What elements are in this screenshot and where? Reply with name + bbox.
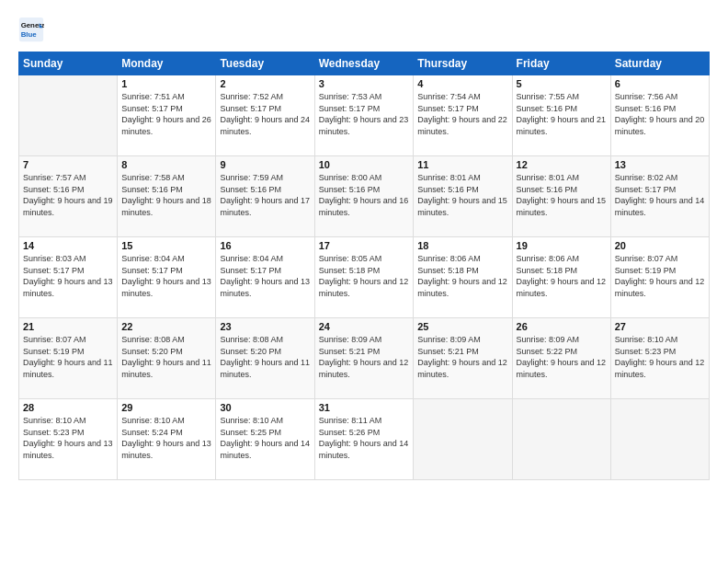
sunset-text: Sunset: 5:16 PM — [517, 103, 607, 115]
day-info: Sunrise: 7:58 AMSunset: 5:16 PMDaylight:… — [121, 172, 211, 218]
day-cell: 20Sunrise: 8:07 AMSunset: 5:19 PMDayligh… — [610, 237, 709, 318]
day-info: Sunrise: 8:08 AMSunset: 5:20 PMDaylight:… — [220, 334, 310, 380]
day-cell: 15Sunrise: 8:04 AMSunset: 5:17 PMDayligh… — [118, 237, 216, 318]
day-info: Sunrise: 8:09 AMSunset: 5:21 PMDaylight:… — [319, 334, 410, 380]
day-number: 4 — [417, 78, 507, 89]
day-info: Sunrise: 7:52 AMSunset: 5:17 PMDaylight:… — [220, 91, 310, 137]
sunrise-text: Sunrise: 7:52 AM — [220, 91, 310, 103]
day-cell: 2Sunrise: 7:52 AMSunset: 5:17 PMDaylight… — [216, 75, 314, 156]
day-number: 30 — [220, 402, 310, 413]
sunrise-text: Sunrise: 7:55 AM — [517, 91, 607, 103]
day-info: Sunrise: 8:10 AMSunset: 5:24 PMDaylight:… — [121, 415, 211, 461]
day-cell: 18Sunrise: 8:06 AMSunset: 5:18 PMDayligh… — [414, 237, 512, 318]
daylight-text: Daylight: 9 hours and 13 minutes. — [121, 276, 211, 299]
sunrise-text: Sunrise: 8:11 AM — [319, 415, 410, 427]
day-cell: 24Sunrise: 8:09 AMSunset: 5:21 PMDayligh… — [314, 318, 414, 399]
day-number: 2 — [220, 78, 310, 89]
daylight-text: Daylight: 9 hours and 26 minutes. — [121, 114, 211, 137]
day-number: 6 — [615, 78, 705, 89]
day-number: 28 — [23, 402, 113, 413]
sunset-text: Sunset: 5:16 PM — [517, 184, 607, 196]
week-row-3: 14Sunrise: 8:03 AMSunset: 5:17 PMDayligh… — [19, 237, 710, 318]
daylight-text: Daylight: 9 hours and 15 minutes. — [517, 195, 607, 218]
day-info: Sunrise: 8:10 AMSunset: 5:23 PMDaylight:… — [615, 334, 705, 380]
day-info: Sunrise: 7:56 AMSunset: 5:16 PMDaylight:… — [615, 91, 705, 137]
weekday-header-row: SundayMondayTuesdayWednesdayThursdayFrid… — [19, 52, 710, 75]
day-number: 16 — [220, 240, 310, 251]
sunrise-text: Sunrise: 8:09 AM — [417, 334, 507, 346]
day-number: 7 — [23, 159, 113, 170]
day-cell: 12Sunrise: 8:01 AMSunset: 5:16 PMDayligh… — [512, 156, 610, 237]
sunrise-text: Sunrise: 7:57 AM — [23, 172, 113, 184]
day-info: Sunrise: 8:09 AMSunset: 5:21 PMDaylight:… — [417, 334, 507, 380]
day-cell — [512, 399, 610, 480]
sunrise-text: Sunrise: 8:10 AM — [615, 334, 705, 346]
weekday-header-monday: Monday — [118, 52, 216, 75]
daylight-text: Daylight: 9 hours and 24 minutes. — [220, 114, 310, 137]
daylight-text: Daylight: 9 hours and 23 minutes. — [319, 114, 410, 137]
sunset-text: Sunset: 5:23 PM — [615, 346, 705, 358]
day-number: 24 — [319, 321, 410, 332]
sunrise-text: Sunrise: 7:53 AM — [319, 91, 410, 103]
sunrise-text: Sunrise: 7:51 AM — [121, 91, 211, 103]
week-row-1: 1Sunrise: 7:51 AMSunset: 5:17 PMDaylight… — [19, 75, 710, 156]
weekday-header-tuesday: Tuesday — [216, 52, 314, 75]
day-number: 8 — [121, 159, 211, 170]
day-number: 15 — [121, 240, 211, 251]
day-info: Sunrise: 8:06 AMSunset: 5:18 PMDaylight:… — [417, 253, 507, 299]
sunset-text: Sunset: 5:17 PM — [220, 103, 310, 115]
day-cell: 8Sunrise: 7:58 AMSunset: 5:16 PMDaylight… — [118, 156, 216, 237]
sunset-text: Sunset: 5:17 PM — [417, 103, 507, 115]
day-cell: 21Sunrise: 8:07 AMSunset: 5:19 PMDayligh… — [19, 318, 118, 399]
logo: General Blue — [18, 17, 48, 42]
sunset-text: Sunset: 5:22 PM — [517, 346, 607, 358]
sunrise-text: Sunrise: 8:01 AM — [517, 172, 607, 184]
day-cell: 23Sunrise: 8:08 AMSunset: 5:20 PMDayligh… — [216, 318, 314, 399]
day-cell: 6Sunrise: 7:56 AMSunset: 5:16 PMDaylight… — [610, 75, 709, 156]
week-row-4: 21Sunrise: 8:07 AMSunset: 5:19 PMDayligh… — [19, 318, 710, 399]
weekday-header-sunday: Sunday — [19, 52, 118, 75]
day-cell: 28Sunrise: 8:10 AMSunset: 5:23 PMDayligh… — [19, 399, 118, 480]
calendar-page: General Blue SundayMondayTuesdayWednesda… — [0, 0, 728, 563]
week-row-5: 28Sunrise: 8:10 AMSunset: 5:23 PMDayligh… — [19, 399, 710, 480]
daylight-text: Daylight: 9 hours and 21 minutes. — [517, 114, 607, 137]
daylight-text: Daylight: 9 hours and 12 minutes. — [417, 276, 507, 299]
sunset-text: Sunset: 5:26 PM — [319, 427, 410, 439]
day-number: 23 — [220, 321, 310, 332]
sunset-text: Sunset: 5:19 PM — [23, 346, 113, 358]
daylight-text: Daylight: 9 hours and 14 minutes. — [615, 195, 705, 218]
sunrise-text: Sunrise: 7:54 AM — [417, 91, 507, 103]
day-cell: 31Sunrise: 8:11 AMSunset: 5:26 PMDayligh… — [314, 399, 414, 480]
day-info: Sunrise: 8:07 AMSunset: 5:19 PMDaylight:… — [23, 334, 113, 380]
sunset-text: Sunset: 5:18 PM — [417, 265, 507, 277]
daylight-text: Daylight: 9 hours and 14 minutes. — [220, 438, 310, 461]
sunrise-text: Sunrise: 8:01 AM — [417, 172, 507, 184]
logo-icon: General Blue — [18, 17, 44, 42]
sunrise-text: Sunrise: 8:10 AM — [121, 415, 211, 427]
sunset-text: Sunset: 5:17 PM — [615, 184, 705, 196]
day-cell: 14Sunrise: 8:03 AMSunset: 5:17 PMDayligh… — [19, 237, 118, 318]
day-cell: 30Sunrise: 8:10 AMSunset: 5:25 PMDayligh… — [216, 399, 314, 480]
daylight-text: Daylight: 9 hours and 16 minutes. — [319, 195, 410, 218]
day-info: Sunrise: 8:01 AMSunset: 5:16 PMDaylight:… — [417, 172, 507, 218]
sunrise-text: Sunrise: 8:06 AM — [517, 253, 607, 265]
sunset-text: Sunset: 5:17 PM — [319, 103, 410, 115]
daylight-text: Daylight: 9 hours and 13 minutes. — [220, 276, 310, 299]
sunset-text: Sunset: 5:24 PM — [121, 427, 211, 439]
daylight-text: Daylight: 9 hours and 19 minutes. — [23, 195, 113, 218]
day-info: Sunrise: 8:02 AMSunset: 5:17 PMDaylight:… — [615, 172, 705, 218]
day-number: 31 — [319, 402, 410, 413]
daylight-text: Daylight: 9 hours and 14 minutes. — [319, 438, 410, 461]
weekday-header-wednesday: Wednesday — [314, 52, 414, 75]
day-number: 9 — [220, 159, 310, 170]
day-cell: 29Sunrise: 8:10 AMSunset: 5:24 PMDayligh… — [118, 399, 216, 480]
day-number: 26 — [517, 321, 607, 332]
weekday-header-friday: Friday — [512, 52, 610, 75]
sunrise-text: Sunrise: 7:58 AM — [121, 172, 211, 184]
sunset-text: Sunset: 5:21 PM — [319, 346, 410, 358]
daylight-text: Daylight: 9 hours and 20 minutes. — [615, 114, 705, 137]
sunset-text: Sunset: 5:18 PM — [319, 265, 410, 277]
sunrise-text: Sunrise: 8:04 AM — [220, 253, 310, 265]
sunset-text: Sunset: 5:16 PM — [417, 184, 507, 196]
daylight-text: Daylight: 9 hours and 11 minutes. — [121, 357, 211, 380]
